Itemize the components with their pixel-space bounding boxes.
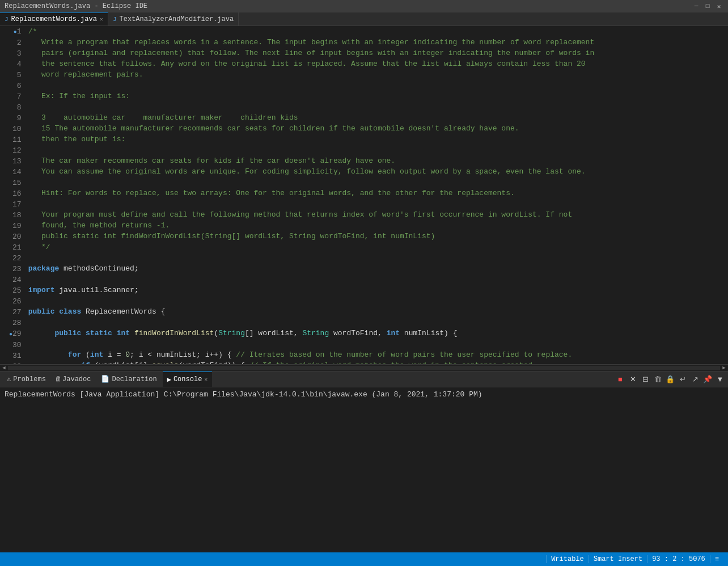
line-number: 11 [9, 134, 22, 145]
console-close-button[interactable]: ✕ [204, 376, 208, 383]
pin-console-button[interactable]: 📌 [702, 374, 713, 385]
tab-console[interactable]: ▶ Console ✕ [163, 371, 213, 387]
word-wrap-button[interactable]: ↵ [677, 374, 688, 385]
window-controls[interactable]: ─ □ ✕ [692, 2, 723, 10]
maximize-button[interactable]: □ [703, 2, 712, 10]
line-number: 19 [9, 221, 22, 231]
status-position: 93 : 2 : 5076 [647, 555, 710, 563]
tab-declaration[interactable]: 📄 Declaration [96, 371, 161, 387]
code-line: public class ReplacementWords { [28, 306, 728, 317]
line-number: 22 [9, 253, 22, 264]
panel-toolbar: ■ ✕ ⊟ 🗑 🔒 ↵ ↗ 📌 ▼ [615, 374, 726, 385]
code-line [28, 177, 728, 188]
line-number: 7 [9, 91, 22, 102]
code-area[interactable]: /* Write a program that replaces words i… [26, 26, 728, 364]
panel-tab-bar: ⚠ Problems @ Javadoc 📄 Declaration ▶ Con… [0, 371, 728, 387]
console-line-1: ReplacementWords [Java Application] C:\P… [5, 390, 723, 400]
window-title: ReplacementWords.java - Eclipse IDE [5, 2, 147, 10]
code-line: The car maker recommends car seats for k… [28, 155, 728, 166]
scroll-left-button[interactable]: ◀ [0, 365, 8, 371]
problems-label: Problems [13, 375, 46, 383]
code-line: word replacement pairs. [28, 69, 728, 80]
code-line: /* [28, 26, 728, 37]
tab-close-1[interactable]: ✕ [100, 16, 103, 23]
line-number: 16 [9, 188, 22, 199]
horizontal-scrollbar[interactable]: ◀ ▶ [0, 364, 728, 371]
minimize-button[interactable]: ─ [692, 2, 701, 10]
status-bar: Writable Smart Insert 93 : 2 : 5076 ≡ [0, 552, 728, 566]
tab-javadoc[interactable]: @ Javadoc [52, 371, 96, 387]
tab-label-1: ReplacementWords.java [11, 15, 97, 23]
declaration-label: Declaration [112, 375, 156, 383]
tab-problems[interactable]: ⚠ Problems [2, 371, 50, 387]
line-number: ●29 [9, 328, 22, 340]
code-line [28, 252, 728, 263]
line-number: 21 [9, 242, 22, 253]
line-number: 6 [9, 81, 22, 91]
line-number: 17 [9, 199, 22, 210]
line-number: 10 [9, 124, 22, 134]
status-right: Writable Smart Insert 93 : 2 : 5076 ≡ [546, 555, 723, 563]
scroll-right-button[interactable]: ▶ [720, 365, 728, 371]
tab-replacement-words[interactable]: J ReplacementWords.java ✕ [0, 12, 108, 26]
code-line: package methodsContinued; [28, 263, 728, 274]
code-line [28, 102, 728, 112]
remove-button[interactable]: ⊟ [640, 374, 651, 385]
stop-button[interactable]: ■ [615, 374, 626, 385]
line-number: 25 [9, 285, 22, 296]
window-chrome: ReplacementWords.java - Eclipse IDE ─ □ … [0, 0, 728, 12]
editor-content: ●123456789101112131415161718192021222324… [0, 26, 728, 364]
console-output: ReplacementWords [Java Application] C:\P… [0, 387, 728, 552]
code-line: the sentence that follows. Any word on t… [28, 58, 728, 69]
line-number: 13 [9, 156, 22, 167]
code-line [28, 274, 728, 285]
line-number: 30 [9, 340, 22, 350]
line-number: 24 [9, 274, 22, 285]
code-line: Ex: If the input is: [28, 91, 728, 102]
line-number: 14 [9, 167, 22, 178]
view-menu-button[interactable]: ▼ [714, 374, 726, 385]
declaration-icon: 📄 [101, 375, 109, 383]
code-line: Hint: For words to replace, use two arra… [28, 188, 728, 198]
code-line: 15 The automobile manufacturer recommend… [28, 123, 728, 134]
open-console-button[interactable]: ↗ [689, 374, 701, 385]
code-line: */ [28, 242, 728, 252]
line-number: 9 [9, 113, 22, 124]
javadoc-icon: @ [56, 375, 60, 383]
code-line: import java.util.Scanner; [28, 285, 728, 295]
code-line [28, 80, 728, 91]
line-number: 3 [9, 48, 22, 59]
line-number: 26 [9, 296, 22, 307]
code-line: public static int findWordInWordList(Str… [28, 231, 728, 242]
line-numbers: ●123456789101112131415161718192021222324… [0, 26, 26, 364]
scroll-lock-button[interactable]: 🔒 [664, 374, 676, 385]
tab-bar: J ReplacementWords.java ✕ J TextAnalyzer… [0, 12, 728, 26]
console-label: Console [173, 375, 202, 383]
status-menu[interactable]: ≡ [710, 555, 723, 563]
bottom-panel: ⚠ Problems @ Javadoc 📄 Declaration ▶ Con… [0, 371, 728, 552]
code-line: found, the method returns -1. [28, 220, 728, 231]
java-file-icon: J [5, 16, 9, 23]
tab-label-2: TextAnalyzerAndModifier.java [119, 15, 234, 23]
code-line [28, 339, 728, 349]
line-number: 15 [9, 178, 22, 188]
tab-text-analyzer[interactable]: J TextAnalyzerAndModifier.java [108, 12, 239, 26]
close-window-button[interactable]: ✕ [714, 2, 723, 10]
code-line: if (wordList[i].equals(wordToFind)) { //… [28, 360, 728, 364]
console-icon: ▶ [167, 375, 171, 384]
line-number: 18 [9, 210, 22, 221]
code-line: Your program must define and call the fo… [28, 209, 728, 220]
terminate-button[interactable]: ✕ [627, 374, 638, 385]
clear-button[interactable]: 🗑 [652, 374, 663, 385]
code-line [28, 317, 728, 328]
editor-scroll[interactable]: ●123456789101112131415161718192021222324… [0, 26, 728, 364]
position-label: 93 : 2 : 5076 [652, 555, 705, 563]
line-number: ●1 [9, 26, 22, 37]
status-smart-insert: Smart Insert [589, 555, 647, 563]
line-number: 20 [9, 231, 22, 242]
smart-insert-label: Smart Insert [594, 555, 642, 563]
editor-container: ●123456789101112131415161718192021222324… [0, 26, 728, 364]
line-number: 23 [9, 264, 22, 274]
scroll-track[interactable] [8, 366, 720, 370]
code-line [28, 295, 728, 306]
